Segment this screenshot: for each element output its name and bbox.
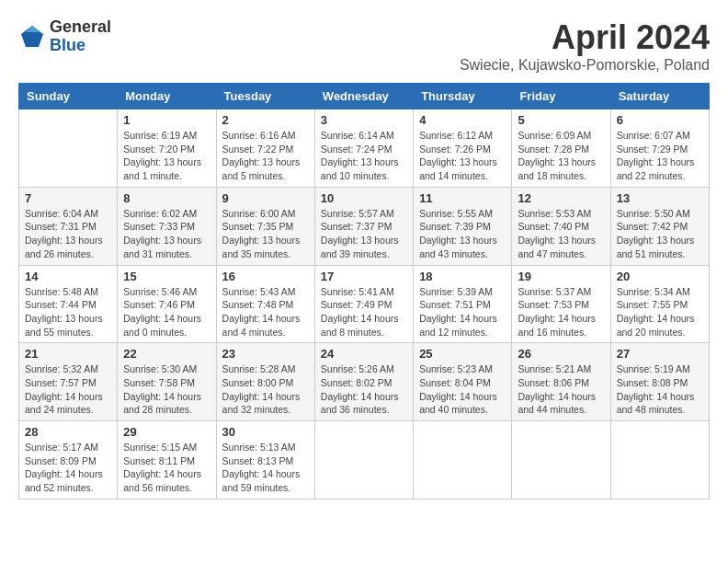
logo-icon [18, 23, 46, 51]
day-number: 23 [222, 347, 309, 361]
calendar-day-cell: 13Sunrise: 5:50 AM Sunset: 7:42 PM Dayli… [610, 187, 709, 265]
day-number: 17 [321, 270, 407, 283]
day-info: Sunrise: 6:04 AM Sunset: 7:31 PM Dayligh… [25, 207, 111, 261]
day-number: 27 [617, 347, 703, 361]
day-info: Sunrise: 6:09 AM Sunset: 7:28 PM Dayligh… [518, 129, 604, 183]
calendar-day-cell: 27Sunrise: 5:19 AM Sunset: 8:08 PM Dayli… [610, 343, 709, 421]
calendar-day-cell [512, 421, 610, 500]
day-info: Sunrise: 5:30 AM Sunset: 7:58 PM Dayligh… [123, 362, 210, 417]
calendar-day-cell: 20Sunrise: 5:34 AM Sunset: 7:55 PM Dayli… [610, 265, 709, 343]
day-info: Sunrise: 5:34 AM Sunset: 7:55 PM Dayligh… [617, 285, 703, 339]
day-info: Sunrise: 5:50 AM Sunset: 7:42 PM Dayligh… [617, 207, 703, 261]
day-info: Sunrise: 6:02 AM Sunset: 7:33 PM Dayligh… [123, 207, 210, 261]
day-info: Sunrise: 5:37 AM Sunset: 7:53 PM Dayligh… [518, 285, 604, 339]
calendar-day-cell: 10Sunrise: 5:57 AM Sunset: 7:37 PM Dayli… [314, 187, 413, 265]
calendar-day-cell: 22Sunrise: 5:30 AM Sunset: 7:58 PM Dayli… [118, 343, 216, 421]
calendar-week-row: 7Sunrise: 6:04 AM Sunset: 7:31 PM Daylig… [19, 187, 710, 265]
logo: General Blue [18, 18, 111, 55]
calendar-day-cell: 11Sunrise: 5:55 AM Sunset: 7:39 PM Dayli… [414, 187, 512, 265]
calendar: SundayMondayTuesdayWednesdayThursdayFrid… [18, 83, 710, 500]
weekday-header: Tuesday [216, 84, 314, 109]
calendar-week-row: 21Sunrise: 5:32 AM Sunset: 7:57 PM Dayli… [19, 343, 710, 421]
day-info: Sunrise: 5:19 AM Sunset: 8:08 PM Dayligh… [617, 362, 703, 417]
calendar-day-cell [414, 421, 512, 500]
calendar-day-cell: 7Sunrise: 6:04 AM Sunset: 7:31 PM Daylig… [19, 187, 118, 265]
weekday-header: Thursday [414, 84, 512, 109]
day-number: 6 [617, 113, 703, 127]
day-info: Sunrise: 5:41 AM Sunset: 7:49 PM Dayligh… [321, 285, 407, 339]
calendar-day-cell: 26Sunrise: 5:21 AM Sunset: 8:06 PM Dayli… [512, 343, 610, 421]
calendar-week-row: 14Sunrise: 5:48 AM Sunset: 7:44 PM Dayli… [19, 265, 710, 343]
day-number: 8 [123, 191, 210, 205]
day-info: Sunrise: 5:23 AM Sunset: 8:04 PM Dayligh… [419, 362, 506, 417]
calendar-header-row: SundayMondayTuesdayWednesdayThursdayFrid… [19, 84, 710, 109]
calendar-day-cell [19, 109, 118, 188]
day-info: Sunrise: 6:07 AM Sunset: 7:29 PM Dayligh… [617, 129, 703, 183]
day-info: Sunrise: 5:17 AM Sunset: 8:09 PM Dayligh… [25, 441, 111, 495]
day-info: Sunrise: 5:48 AM Sunset: 7:44 PM Dayligh… [25, 285, 111, 339]
day-number: 4 [419, 113, 506, 127]
calendar-day-cell [314, 421, 413, 500]
calendar-day-cell: 18Sunrise: 5:39 AM Sunset: 7:51 PM Dayli… [414, 265, 512, 343]
calendar-day-cell: 5Sunrise: 6:09 AM Sunset: 7:28 PM Daylig… [512, 109, 610, 188]
calendar-day-cell: 12Sunrise: 5:53 AM Sunset: 7:40 PM Dayli… [512, 187, 610, 265]
calendar-day-cell: 4Sunrise: 6:12 AM Sunset: 7:26 PM Daylig… [414, 109, 512, 188]
calendar-day-cell [610, 421, 709, 500]
calendar-day-cell: 1Sunrise: 6:19 AM Sunset: 7:20 PM Daylig… [118, 109, 216, 188]
calendar-day-cell: 2Sunrise: 6:16 AM Sunset: 7:22 PM Daylig… [216, 109, 314, 188]
day-info: Sunrise: 6:19 AM Sunset: 7:20 PM Dayligh… [123, 129, 210, 183]
day-number: 7 [25, 191, 111, 205]
calendar-day-cell: 6Sunrise: 6:07 AM Sunset: 7:29 PM Daylig… [610, 109, 709, 188]
day-number: 29 [123, 425, 210, 439]
day-info: Sunrise: 6:12 AM Sunset: 7:26 PM Dayligh… [419, 129, 506, 183]
day-info: Sunrise: 6:14 AM Sunset: 7:24 PM Dayligh… [321, 129, 407, 183]
calendar-day-cell: 15Sunrise: 5:46 AM Sunset: 7:46 PM Dayli… [118, 265, 216, 343]
day-number: 21 [25, 347, 111, 361]
day-info: Sunrise: 5:32 AM Sunset: 7:57 PM Dayligh… [25, 362, 111, 417]
day-info: Sunrise: 6:00 AM Sunset: 7:35 PM Dayligh… [222, 207, 309, 261]
day-number: 18 [419, 270, 506, 283]
calendar-day-cell: 3Sunrise: 6:14 AM Sunset: 7:24 PM Daylig… [314, 109, 413, 188]
header: General Blue April 2024 Swiecie, Kujawsk… [18, 18, 710, 74]
day-number: 9 [222, 191, 309, 205]
calendar-day-cell: 14Sunrise: 5:48 AM Sunset: 7:44 PM Dayli… [19, 265, 118, 343]
day-info: Sunrise: 5:26 AM Sunset: 8:02 PM Dayligh… [321, 362, 407, 417]
day-info: Sunrise: 5:28 AM Sunset: 8:00 PM Dayligh… [222, 362, 309, 417]
day-info: Sunrise: 5:43 AM Sunset: 7:48 PM Dayligh… [222, 285, 309, 339]
calendar-day-cell: 8Sunrise: 6:02 AM Sunset: 7:33 PM Daylig… [118, 187, 216, 265]
day-number: 26 [518, 347, 604, 361]
weekday-header: Wednesday [314, 84, 413, 109]
day-info: Sunrise: 5:39 AM Sunset: 7:51 PM Dayligh… [419, 285, 506, 339]
weekday-header: Saturday [610, 84, 709, 109]
day-number: 25 [419, 347, 506, 361]
logo-blue-text: Blue [50, 37, 111, 55]
weekday-header: Friday [512, 84, 610, 109]
day-number: 24 [321, 347, 407, 361]
calendar-day-cell: 21Sunrise: 5:32 AM Sunset: 7:57 PM Dayli… [19, 343, 118, 421]
calendar-week-row: 28Sunrise: 5:17 AM Sunset: 8:09 PM Dayli… [19, 421, 710, 500]
day-number: 15 [123, 270, 210, 283]
day-number: 1 [123, 113, 210, 127]
day-number: 16 [222, 270, 309, 283]
calendar-day-cell: 16Sunrise: 5:43 AM Sunset: 7:48 PM Dayli… [216, 265, 314, 343]
day-number: 13 [617, 191, 703, 205]
day-number: 5 [518, 113, 604, 127]
day-info: Sunrise: 5:21 AM Sunset: 8:06 PM Dayligh… [518, 362, 604, 417]
day-info: Sunrise: 5:55 AM Sunset: 7:39 PM Dayligh… [419, 207, 506, 261]
day-number: 12 [518, 191, 604, 205]
calendar-day-cell: 17Sunrise: 5:41 AM Sunset: 7:49 PM Dayli… [314, 265, 413, 343]
weekday-header: Monday [118, 84, 216, 109]
calendar-day-cell: 9Sunrise: 6:00 AM Sunset: 7:35 PM Daylig… [216, 187, 314, 265]
day-number: 14 [25, 270, 111, 283]
day-info: Sunrise: 5:46 AM Sunset: 7:46 PM Dayligh… [123, 285, 210, 339]
day-number: 11 [419, 191, 506, 205]
day-number: 28 [25, 425, 111, 439]
day-number: 30 [222, 425, 309, 439]
weekday-header: Sunday [19, 84, 118, 109]
day-number: 22 [123, 347, 210, 361]
day-info: Sunrise: 5:57 AM Sunset: 7:37 PM Dayligh… [321, 207, 407, 261]
calendar-day-cell: 25Sunrise: 5:23 AM Sunset: 8:04 PM Dayli… [414, 343, 512, 421]
logo-general-text: General [50, 18, 111, 37]
calendar-day-cell: 23Sunrise: 5:28 AM Sunset: 8:00 PM Dayli… [216, 343, 314, 421]
day-info: Sunrise: 5:53 AM Sunset: 7:40 PM Dayligh… [518, 207, 604, 261]
